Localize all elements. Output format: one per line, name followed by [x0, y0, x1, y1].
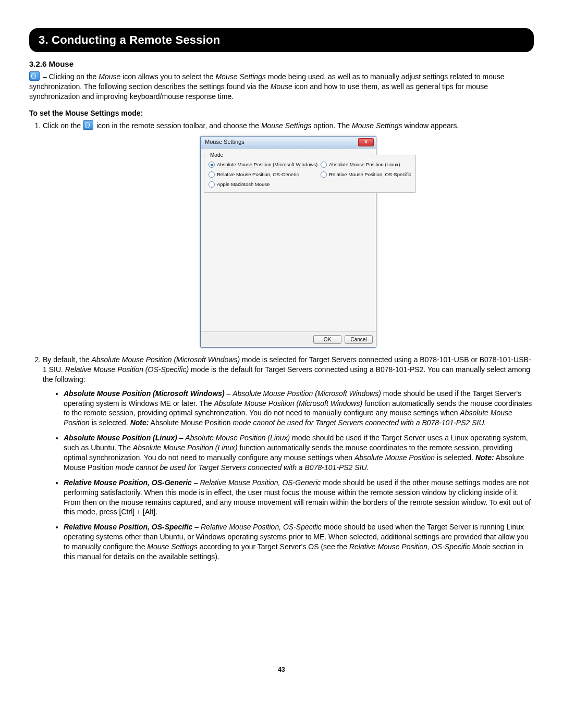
chapter-title-bar: 3. Conducting a Remote Session [29, 28, 534, 52]
bullet-relative-generic: Relative Mouse Position, OS-Generic – Re… [64, 478, 534, 517]
bullet-relative-specific: Relative Mouse Position, OS-Specific – R… [64, 522, 534, 562]
subsection-title: 3.2.6 Mouse [29, 59, 534, 68]
radio-absolute-linux[interactable]: Absolute Mouse Position (Linux) [321, 162, 411, 168]
dialog-title: Mouse Settings [205, 138, 244, 146]
intro-paragraph: – Clicking on the Mouse icon allows you … [29, 71, 534, 102]
dialog-footer: OK Cancel [201, 331, 376, 348]
radio-relative-generic[interactable]: Relative Mouse Position, OS-Generic [209, 171, 317, 178]
page-number: 43 [29, 666, 534, 673]
radio-relative-specific[interactable]: Relative Mouse Position, OS-Specific [321, 171, 411, 178]
mouse-icon [29, 71, 40, 81]
bullet-absolute-windows: Absolute Mouse Position (Microsoft Windo… [64, 389, 534, 428]
radio-icon [209, 171, 215, 178]
radio-absolute-windows[interactable]: Absolute Mouse Position (Microsoft Windo… [209, 162, 317, 168]
mouse-settings-dialog: Mouse Settings x Mode Absolute Mouse Pos… [200, 136, 376, 348]
mouse-icon [83, 120, 93, 130]
dialog-empty-area [201, 196, 376, 331]
radio-icon [209, 162, 215, 168]
step-2: By default, the Absolute Mouse Position … [43, 355, 534, 562]
step-1: Click on the icon in the remote session … [43, 120, 534, 348]
procedure-heading: To set the Mouse Settings mode: [29, 109, 534, 117]
dialog-titlebar: Mouse Settings x [201, 137, 376, 149]
chapter-title: 3. Conducting a Remote Session [39, 33, 220, 46]
mode-legend: Mode [209, 152, 225, 159]
radio-icon [321, 171, 327, 178]
ok-button[interactable]: OK [313, 335, 341, 344]
mode-fieldset: Mode Absolute Mouse Position (Microsoft … [204, 152, 416, 193]
radio-icon [321, 162, 327, 168]
cancel-button[interactable]: Cancel [345, 335, 373, 344]
radio-icon [209, 181, 215, 188]
bullet-absolute-linux: Absolute Mouse Position (Linux) – Absolu… [64, 433, 534, 473]
steps-list: Click on the icon in the remote session … [29, 120, 534, 562]
close-button[interactable]: x [358, 138, 374, 146]
mode-descriptions: Absolute Mouse Position (Microsoft Windo… [43, 389, 534, 562]
radio-apple-mouse[interactable]: Apple Macintosh Mouse [209, 181, 317, 188]
